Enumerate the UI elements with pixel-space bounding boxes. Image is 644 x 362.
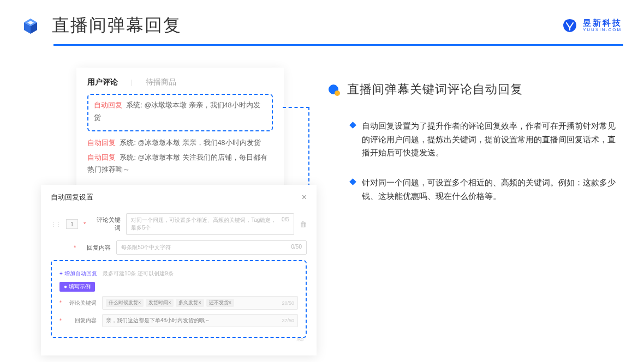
brand-cn: 昱新科技 xyxy=(583,19,622,28)
brand-text: 昱新科技 YUUXIN.COM xyxy=(583,19,622,32)
drag-handle-icon[interactable]: ⋮⋮ xyxy=(51,221,61,227)
keyword-chip: 还不发货× xyxy=(206,299,234,307)
placeholder: 每条限50个中文字符 xyxy=(121,244,171,251)
keyword-chip: 发货时间× xyxy=(146,299,174,307)
content-input[interactable]: 每条限50个中文字符 0/50 xyxy=(116,240,307,255)
bullet-text: 针对同一个问题，可设置多个相近的、高频的关键词。例如：这款多少钱、这块能优惠吗、… xyxy=(362,176,622,203)
required-icon: * xyxy=(74,244,76,251)
add-hint: 最多可建10条 还可以创建9条 xyxy=(103,270,173,276)
close-icon[interactable]: × xyxy=(302,192,307,202)
index-box: 1 xyxy=(66,219,78,229)
bullet-row: 针对同一个问题，可设置多个相近的、高频的关键词。例如：这款多少钱、这块能优惠吗、… xyxy=(327,176,622,203)
svg-point-5 xyxy=(335,90,340,96)
content: 用户评论 | 待播商品 自动回复 系统: @冰墩墩本墩 亲亲，我们48小时内发货… xyxy=(0,46,644,219)
right-column: 直播间弹幕关键词评论自动回复 自动回复设置为了提升作者的评论回复效率，作者可在开… xyxy=(327,68,622,219)
field-label: 回复内容 xyxy=(67,317,97,324)
field-label: 评论关键词 xyxy=(91,216,121,232)
comment-row: 自动回复 系统: @冰墩墩本墩 亲亲，我们48小时内发货 xyxy=(94,99,266,124)
form-row-content: * 回复内容 每条限50个中文字符 0/50 xyxy=(51,240,307,255)
tab-products[interactable]: 待播商品 xyxy=(146,77,176,87)
sys-label: 系统: xyxy=(120,139,135,147)
bullet-row: 自动回复设置为了提升作者的评论回复效率，作者可在开播前针对常见的评论用户问题，提… xyxy=(327,119,622,160)
example-keyword-input[interactable]: 什么时候发货× 发货时间× 多久发货× 还不发货× 20/50 xyxy=(102,296,298,310)
comments-card: 用户评论 | 待播商品 自动回复 系统: @冰墩墩本墩 亲亲，我们48小时内发货… xyxy=(76,68,284,190)
counter: 37/50 xyxy=(282,318,294,323)
required-icon: * xyxy=(84,221,86,227)
keyword-input[interactable]: 对同一个问题，可设置多个相近、高频的关键词，Tag确定，最多5个 0/5 xyxy=(126,213,294,235)
diamond-icon xyxy=(349,122,356,129)
tab-comments[interactable]: 用户评论 xyxy=(87,77,118,87)
header-left: 直播间弹幕回复 xyxy=(19,14,182,38)
placeholder: 对同一个问题，可设置多个相近、高频的关键词，Tag确定，最多5个 xyxy=(131,216,282,232)
tab-separator: | xyxy=(131,79,133,86)
comment-row: 自动回复 系统: @冰墩墩本墩 关注我们的店铺，每日都有热门推荐呦～ xyxy=(87,152,273,176)
example-keyword-row: * 评论关键词 什么时候发货× 发货时间× 多久发货× 还不发货× 20/50 xyxy=(59,296,298,310)
example-text: 亲，我们这边都是下单48小时内发货的哦～ xyxy=(106,317,210,324)
settings-dialog: 自动回复设置 × ⋮⋮ 1 * 评论关键词 对同一个问题，可设置多个相近、高频的… xyxy=(41,185,317,355)
example-box: + 增加自动回复 最多可建10条 还可以创建9条 ● 填写示例 * 评论关键词 … xyxy=(51,260,307,338)
form-row-keyword: ⋮⋮ 1 * 评论关键词 对同一个问题，可设置多个相近、高频的关键词，Tag确定… xyxy=(51,213,307,235)
section-title: 直播间弹幕关键词评论自动回复 xyxy=(347,81,523,98)
section-heading: 直播间弹幕关键词评论自动回复 xyxy=(327,81,622,98)
highlighted-comment: 自动回复 系统: @冰墩墩本墩 亲亲，我们48小时内发货 xyxy=(87,94,273,131)
cube-icon xyxy=(19,14,42,37)
tabs: 用户评论 | 待播商品 xyxy=(87,77,273,87)
counter: 20/50 xyxy=(282,300,294,306)
bubble-icon xyxy=(327,83,339,95)
comment-text: @冰墩墩本墩 亲亲，我们48小时内发货 xyxy=(138,139,260,147)
example-content-input[interactable]: 亲，我们这边都是下单48小时内发货的哦～ 37/50 xyxy=(102,314,298,327)
required-icon: * xyxy=(59,300,62,306)
brand-logo-icon xyxy=(562,18,577,33)
auto-reply-tag: 自动回复 xyxy=(87,154,116,161)
auto-reply-tag: 自动回复 xyxy=(87,139,116,147)
add-row: + 增加自动回复 最多可建10条 还可以创建9条 xyxy=(59,268,298,277)
left-column: 用户评论 | 待播商品 自动回复 系统: @冰墩墩本墩 亲亲，我们48小时内发货… xyxy=(27,68,306,219)
auto-reply-tag: 自动回复 xyxy=(94,101,122,109)
keyword-chip: 多久发货× xyxy=(176,299,204,307)
sys-label: 系统: xyxy=(120,154,135,161)
outer-counter: /50 xyxy=(51,337,307,342)
page-title: 直播间弹幕回复 xyxy=(52,14,182,38)
delete-icon[interactable]: 🗑 xyxy=(300,220,307,228)
field-label: 回复内容 xyxy=(81,244,111,252)
bullet-text: 自动回复设置为了提升作者的评论回复效率，作者可在开播前针对常见的评论用户问题，提… xyxy=(362,119,622,160)
example-badge: ● 填写示例 xyxy=(59,282,95,292)
comment-row: 自动回复 系统: @冰墩墩本墩 亲亲，我们48小时内发货 xyxy=(87,137,273,149)
keyword-chip: 什么时候发货× xyxy=(106,299,144,307)
add-reply-link[interactable]: + 增加自动回复 xyxy=(59,270,97,276)
sys-label: 系统: xyxy=(126,101,142,109)
field-label: 评论关键词 xyxy=(67,299,97,307)
dialog-header: 自动回复设置 × xyxy=(51,192,307,202)
brand: 昱新科技 YUUXIN.COM xyxy=(562,18,622,33)
dialog-title: 自动回复设置 xyxy=(51,192,93,202)
header: 直播间弹幕回复 昱新科技 YUUXIN.COM xyxy=(0,0,644,44)
required-icon: * xyxy=(59,318,62,324)
counter: 0/5 xyxy=(282,216,289,232)
counter: 0/50 xyxy=(291,244,302,251)
diamond-icon xyxy=(349,178,356,185)
brand-en: YUUXIN.COM xyxy=(583,28,622,33)
example-content-row: * 回复内容 亲，我们这边都是下单48小时内发货的哦～ 37/50 xyxy=(59,314,298,327)
